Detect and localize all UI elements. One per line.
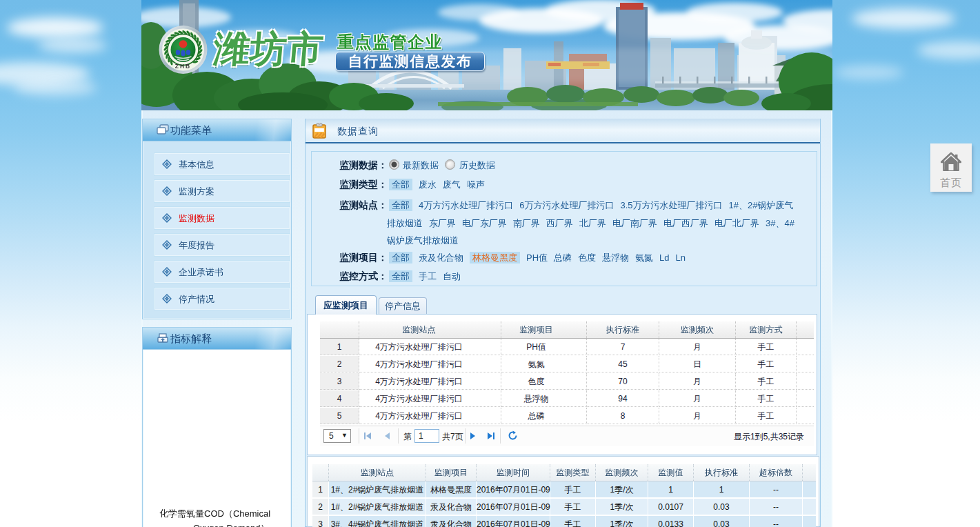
svg-text:ZHB: ZHB <box>175 63 191 70</box>
